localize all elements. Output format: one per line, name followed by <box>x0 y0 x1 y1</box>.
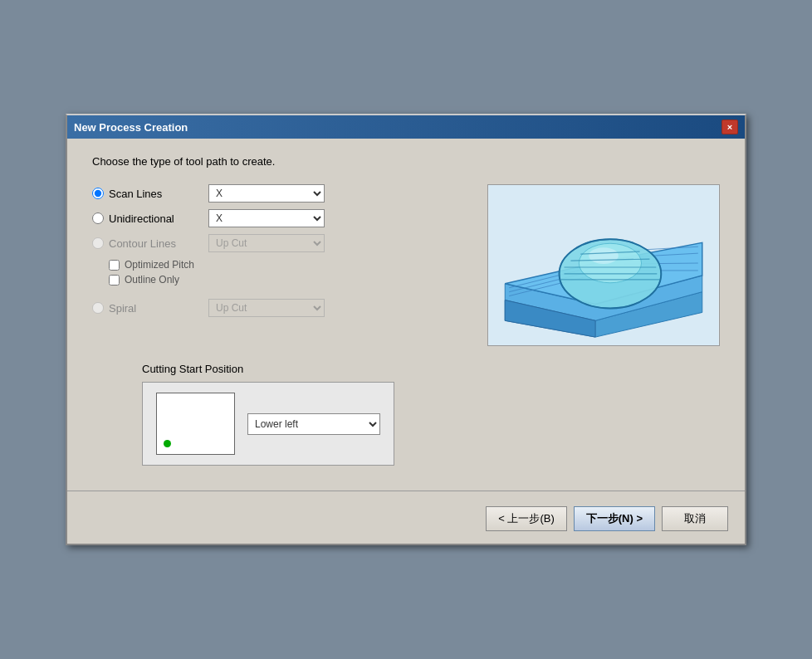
position-dot <box>164 440 171 447</box>
contour-lines-label[interactable]: Contour Lines <box>92 237 200 250</box>
cancel-button[interactable]: 取消 <box>662 506 728 531</box>
title-text: New Process Creation <box>74 121 188 134</box>
unidirectional-dropdown[interactable]: X Y <box>208 209 325 227</box>
spiral-radio[interactable] <box>92 302 104 314</box>
svg-point-13 <box>589 247 619 264</box>
spiral-label[interactable]: Spiral <box>92 302 200 315</box>
back-button[interactable]: < 上一步(B) <box>486 506 567 531</box>
scan-lines-label[interactable]: Scan Lines <box>92 188 200 200</box>
outline-only-checkbox[interactable] <box>109 275 120 286</box>
window-title: New Process Creation <box>74 121 188 134</box>
cutting-section: Cutting Start Position Lower left Lower … <box>142 363 720 466</box>
spiral-row: Spiral Up Cut Down Cut <box>92 299 471 317</box>
unidirectional-row: Unidirectional X Y <box>92 209 471 227</box>
cutting-title: Cutting Start Position <box>142 363 243 375</box>
optimized-pitch-row: Optimized Pitch <box>109 259 471 271</box>
close-button[interactable]: × <box>722 120 738 134</box>
footer-separator <box>67 491 745 491</box>
spiral-dropdown[interactable]: Up Cut Down Cut <box>208 299 325 317</box>
footer: < 上一步(B) 下一步(N) > 取消 <box>67 500 745 544</box>
position-box <box>156 393 235 455</box>
scan-lines-row: Scan Lines X Y <box>92 184 471 203</box>
cutting-position-dropdown[interactable]: Lower left Lower right Upper left Upper … <box>247 413 380 435</box>
title-bar: New Process Creation × <box>67 115 745 139</box>
contour-lines-dropdown[interactable]: Up Cut Down Cut <box>208 234 325 252</box>
cutting-inner: Lower left Lower right Upper left Upper … <box>142 382 394 466</box>
optimized-pitch-checkbox[interactable] <box>109 260 120 271</box>
preview-panel <box>487 184 720 346</box>
next-button[interactable]: 下一步(N) > <box>574 506 655 531</box>
unidirectional-label[interactable]: Unidirectional <box>92 212 200 225</box>
options-panel: Scan Lines X Y Unidirectional X Y <box>92 184 471 346</box>
dialog-content: Choose the type of tool path to create. … <box>67 139 745 478</box>
unidirectional-radio[interactable] <box>92 212 104 224</box>
dialog-window: New Process Creation × Choose the type o… <box>66 114 746 545</box>
contour-lines-radio[interactable] <box>92 237 104 249</box>
scan-lines-dropdown[interactable]: X Y <box>208 184 325 203</box>
preview-svg <box>488 185 719 345</box>
main-row: Scan Lines X Y Unidirectional X Y <box>92 184 720 346</box>
scan-lines-radio[interactable] <box>92 188 104 199</box>
outline-only-row: Outline Only <box>109 274 471 286</box>
instruction-text: Choose the type of tool path to create. <box>92 155 720 168</box>
contour-lines-row: Contour Lines Up Cut Down Cut <box>92 234 471 252</box>
